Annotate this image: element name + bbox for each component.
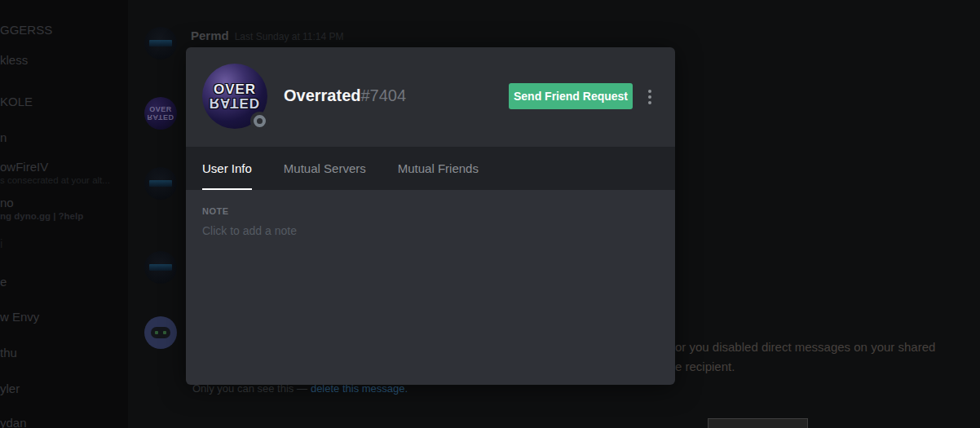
- avatar-art: [149, 264, 172, 271]
- kebab-menu-icon[interactable]: [643, 86, 656, 108]
- message-avatar[interactable]: [144, 167, 177, 200]
- dm-username: kless: [0, 53, 128, 67]
- avatar-art: [149, 40, 172, 46]
- message-header: PermdLast Sunday at 11:14 PM: [191, 29, 344, 43]
- dm-list-item[interactable]: e: [0, 275, 128, 289]
- dm-username: w Envy: [0, 310, 128, 324]
- robot-face-icon: [151, 327, 170, 338]
- dm-list-item[interactable]: KOLE: [0, 95, 128, 108]
- dm-username: i: [0, 236, 128, 250]
- dm-list-item[interactable]: w Envy: [0, 310, 128, 324]
- dm-username: thu: [0, 346, 128, 360]
- delivery-error-text: or you disabled direct messages on your …: [675, 340, 935, 354]
- user-profile-modal: OVER RATED Overrated#7404 Send Friend Re…: [186, 47, 675, 385]
- dm-list-item[interactable]: owFireIV s consecrated at your alt...: [0, 160, 128, 185]
- profile-tabs: User Info Mutual Servers Mutual Friends: [186, 147, 675, 190]
- send-friend-request-button[interactable]: Send Friend Request: [509, 83, 633, 109]
- dm-list-item[interactable]: i: [0, 236, 128, 250]
- note-input[interactable]: Click to add a note: [202, 224, 659, 237]
- dm-username: GGERSS: [0, 23, 128, 37]
- username-row: Overrated#7404: [284, 86, 406, 105]
- profile-body: NOTE Click to add a note: [186, 190, 675, 385]
- dm-list-item[interactable]: ydan: [0, 416, 128, 428]
- dm-activity-text: s consecrated at your alt...: [0, 175, 128, 185]
- message-avatar[interactable]: [144, 27, 177, 60]
- discord-app: GGERSS kless KOLE n owFireIV s consecrat…: [0, 0, 980, 428]
- dm-list-item[interactable]: thu: [0, 346, 128, 360]
- tab-mutual-friends[interactable]: Mutual Friends: [398, 147, 479, 190]
- dm-activity-text: ng dyno.gg | ?help: [0, 211, 128, 221]
- avatar-art: RATED: [148, 113, 174, 121]
- dm-username: yler: [0, 382, 128, 395]
- avatar-text-bottom: RATED: [210, 96, 260, 109]
- avatar-art: OVER: [149, 106, 172, 113]
- dm-list-item[interactable]: kless: [0, 53, 128, 67]
- note-label: NOTE: [202, 206, 659, 216]
- avatar-art: [149, 180, 172, 187]
- dm-username: n: [0, 130, 128, 144]
- dm-username: ydan: [0, 416, 128, 428]
- tab-user-info[interactable]: User Info: [202, 147, 252, 190]
- dm-sidebar: GGERSS kless KOLE n owFireIV s consecrat…: [0, 0, 128, 428]
- message-author[interactable]: Permd: [191, 29, 229, 42]
- dm-list-item[interactable]: yler: [0, 382, 128, 395]
- delivery-error-text: e recipient.: [675, 360, 735, 373]
- dm-list-item[interactable]: n: [0, 130, 128, 144]
- status-offline-badge: [250, 112, 269, 130]
- avatar-text-top: OVER: [214, 83, 256, 96]
- dm-username: e: [0, 275, 128, 289]
- profile-avatar: OVER RATED: [202, 64, 267, 129]
- tab-mutual-servers[interactable]: Mutual Servers: [284, 147, 366, 190]
- profile-header: OVER RATED Overrated#7404 Send Friend Re…: [186, 47, 675, 147]
- discriminator-text: #7404: [361, 86, 407, 104]
- dm-list-item[interactable]: no ng dyno.gg | ?help: [0, 196, 128, 221]
- dm-username: KOLE: [0, 95, 128, 108]
- dm-username: no: [0, 196, 128, 210]
- username-text: Overrated: [284, 86, 361, 104]
- dm-list-item[interactable]: GGERSS: [0, 23, 128, 37]
- message-avatar[interactable]: OVER RATED: [144, 97, 177, 130]
- message-avatar[interactable]: [144, 251, 177, 284]
- bottom-right-box[interactable]: [708, 418, 808, 428]
- message-timestamp: Last Sunday at 11:14 PM: [235, 31, 344, 42]
- bot-avatar[interactable]: [144, 316, 177, 349]
- dm-username: owFireIV: [0, 160, 128, 174]
